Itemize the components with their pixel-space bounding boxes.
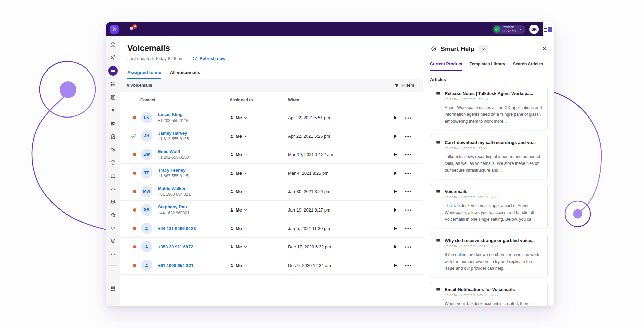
close-icon[interactable]: ✕: [542, 46, 547, 52]
article-card[interactable]: Voicemails Taldesk • Updated: Dec 27, 20…: [430, 184, 548, 228]
contact-name-link[interactable]: Emie Wolff: [158, 149, 230, 154]
app-window: t 5 Available 00:21:11 BR: [106, 22, 554, 306]
article-card[interactable]: Email Notifications for Voicemails Talde…: [430, 282, 548, 306]
article-card[interactable]: Why do I receive strange or garbled voic…: [430, 233, 548, 277]
assigned-dropdown[interactable]: Me: [230, 226, 288, 231]
unread-dot: [133, 208, 136, 212]
home-icon[interactable]: [110, 41, 116, 47]
guardian-shield-icon[interactable]: [110, 199, 116, 205]
avatar-person-icon: [141, 241, 152, 252]
article-doc-icon: [436, 92, 441, 96]
builder-icon[interactable]: [110, 238, 116, 244]
contact-name-link[interactable]: Jamey Harvey: [158, 131, 230, 136]
more-actions-button[interactable]: •••: [405, 244, 412, 249]
tasks-icon[interactable]: [110, 134, 116, 140]
person-icon: [230, 152, 234, 157]
customer-support-icon[interactable]: [110, 107, 116, 113]
play-button[interactable]: [393, 244, 397, 249]
article-card[interactable]: Can I download my call recordings and vo…: [430, 135, 548, 179]
more-actions-button[interactable]: •••: [405, 263, 412, 268]
avatar: SR: [141, 204, 152, 216]
contact-name-link[interactable]: +61 1900 654 321: [158, 263, 230, 268]
more-actions-button[interactable]: •••: [405, 134, 412, 139]
play-button[interactable]: [393, 171, 397, 176]
left-orbit: [32, 61, 107, 230]
apps-grid-icon[interactable]: [110, 286, 116, 292]
unread-dot: [133, 264, 136, 267]
assigned-dropdown[interactable]: Me: [230, 134, 288, 139]
assigned-dropdown[interactable]: Me: [230, 207, 288, 213]
unread-dot: [133, 245, 136, 248]
gamification-icon[interactable]: [110, 160, 116, 166]
article-body: If the callers are known numbers then we…: [445, 251, 542, 272]
user-avatar[interactable]: BR: [529, 25, 539, 34]
smart-help-dropdown-button[interactable]: [479, 45, 488, 53]
routing-icon[interactable]: [110, 186, 116, 192]
smart-help-panel-toggle-icon[interactable]: [544, 26, 553, 33]
more-actions-button[interactable]: •••: [405, 115, 412, 120]
contact-name-link[interactable]: Mable Walker: [158, 186, 230, 191]
article-title: Email Notifications for Voicemails: [445, 287, 530, 292]
tab-search-articles[interactable]: Search Articles: [513, 62, 543, 71]
assigned-dropdown[interactable]: Me: [230, 171, 288, 176]
refresh-icon: [192, 56, 197, 61]
assigned-dropdown[interactable]: Me: [230, 115, 288, 120]
more-icon[interactable]: [110, 251, 116, 257]
voicemail-count: 9 voicemails: [127, 83, 152, 88]
play-button[interactable]: [393, 189, 397, 194]
tab-current-product[interactable]: Current Product: [430, 62, 462, 71]
play-button[interactable]: [393, 226, 397, 231]
chevron-down-icon: [244, 171, 247, 175]
agent-conversations-icon[interactable]: [110, 54, 116, 60]
identity-fingerprint-icon[interactable]: [110, 212, 116, 218]
developer-code-icon[interactable]: [110, 225, 116, 231]
availability-status-pill[interactable]: Available 00:21:11: [492, 25, 525, 34]
assigned-dropdown[interactable]: Me: [230, 189, 288, 194]
more-actions-button[interactable]: •••: [405, 207, 412, 213]
play-button[interactable]: [393, 152, 397, 157]
assigned-dropdown[interactable]: Me: [230, 244, 288, 249]
collaboration-icon[interactable]: [110, 147, 116, 153]
contacts-icon[interactable]: [110, 94, 116, 100]
person-icon: [230, 208, 234, 212]
contact-phone: +1 667-555-0115: [158, 174, 230, 178]
assigned-dropdown[interactable]: Me: [230, 152, 288, 157]
contact-name-link[interactable]: +44 131 9496 0183: [158, 226, 230, 231]
play-button[interactable]: [393, 207, 397, 213]
play-button[interactable]: [393, 263, 397, 268]
tab-templates-library[interactable]: Templates Library: [470, 62, 505, 71]
more-actions-button[interactable]: •••: [405, 189, 412, 194]
articles-section-label: Articles: [430, 77, 554, 82]
play-button[interactable]: [393, 115, 397, 120]
voicemails-icon[interactable]: [108, 66, 118, 76]
chevron-down-icon: [244, 116, 247, 120]
contact-name-link[interactable]: Tracy Feeney: [158, 168, 230, 173]
play-button[interactable]: [393, 134, 397, 139]
when-value: Mar 19, 2021 12:22 am: [288, 152, 382, 157]
article-title: Can I download my call recordings and vo…: [445, 140, 542, 145]
assigned-dropdown[interactable]: Me: [230, 263, 288, 268]
notifications-bell-icon[interactable]: 5: [129, 26, 135, 33]
tab-assigned-to-me[interactable]: Assigned to me: [127, 70, 161, 79]
when-value: Apr 22, 2021 5:26 pm: [288, 134, 382, 139]
when-value: Dec 9, 2020 12:34 am: [288, 263, 382, 268]
table-row: +353 20 911 6872 Me Dec 17, 2020 6:32 pm…: [120, 238, 423, 256]
knowledge-base-icon[interactable]: [110, 173, 116, 179]
article-card[interactable]: Release Notes | Talkdesk Agent Workspa..…: [430, 86, 548, 130]
activities-icon[interactable]: [110, 81, 116, 87]
filters-button[interactable]: Filters: [394, 83, 414, 88]
article-body: Talkdesk allows recording of inbound and…: [445, 153, 542, 174]
teams-icon[interactable]: [110, 121, 116, 127]
when-value: Jan 19, 2021 8:27 pm: [288, 207, 382, 213]
contact-name-link[interactable]: Stephany Rau: [158, 204, 230, 209]
column-contact: Contact: [139, 98, 230, 102]
more-actions-button[interactable]: •••: [405, 171, 412, 176]
contact-name-link[interactable]: Lucas Kling: [158, 112, 230, 117]
contact-name-link[interactable]: +353 20 911 6872: [158, 244, 230, 249]
more-actions-button[interactable]: •••: [405, 152, 412, 157]
refresh-now-link[interactable]: Refresh now: [192, 56, 225, 61]
more-actions-button[interactable]: •••: [405, 226, 412, 231]
talkdesk-logo[interactable]: t: [110, 25, 119, 34]
tab-all-voicemails[interactable]: All voicemails: [170, 70, 200, 79]
article-doc-icon: [436, 239, 441, 243]
